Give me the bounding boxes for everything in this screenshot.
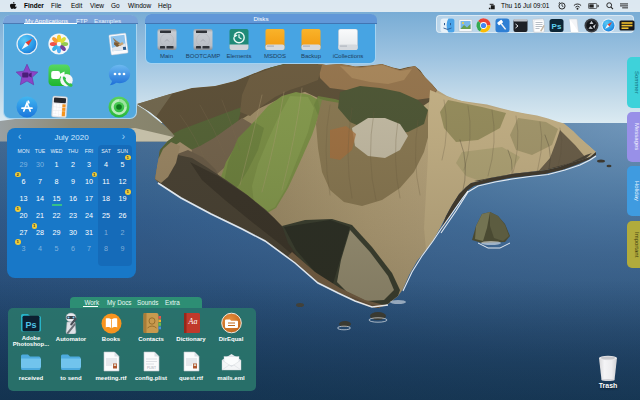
svg-text:Aa: Aa xyxy=(188,317,198,326)
svg-text:Ps: Ps xyxy=(551,21,561,30)
svg-text:Ps: Ps xyxy=(25,320,36,330)
svg-text:PLIST: PLIST xyxy=(147,366,156,370)
